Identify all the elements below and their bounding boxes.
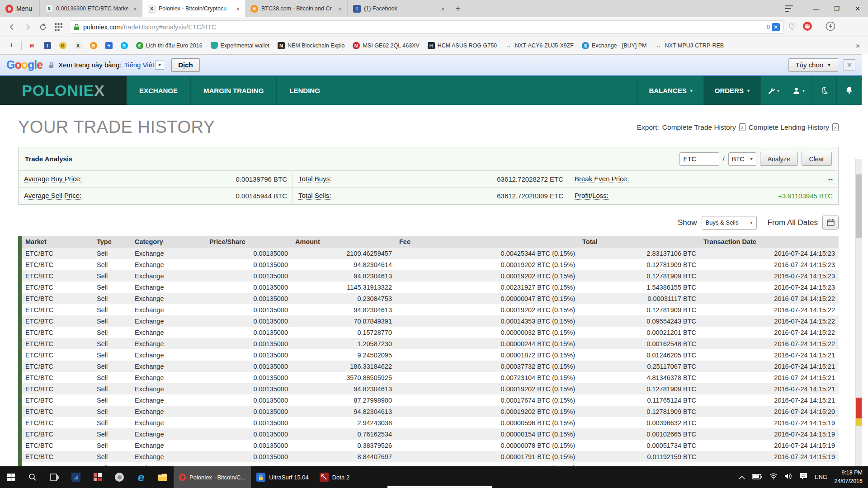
back-icon[interactable] (5, 19, 20, 35)
excel-file-icon[interactable]: x (739, 123, 745, 131)
clear-button[interactable]: Clear (802, 152, 832, 166)
tab-menu-icon[interactable] (785, 5, 794, 12)
search-button[interactable] (22, 466, 43, 488)
extension-badge-icon[interactable]: ✕ (772, 23, 780, 31)
tab-btc38[interactable]: B BTC38.com - Bitcoin and Cr × (245, 0, 348, 17)
bookmark-item[interactable]: S (117, 39, 132, 52)
export-trade-history-link[interactable]: Complete Trade History (662, 123, 736, 131)
taskbar-app-opera[interactable]: Poloniex - Bitcoin/C... (174, 466, 251, 488)
nav-margin-trading[interactable]: MARGIN TRADING (191, 76, 277, 105)
tab-facebook[interactable]: f (1) Facebook × (348, 0, 450, 17)
nav-orders[interactable]: ORDERS▾ (703, 76, 760, 105)
taskbar-app-ultrasurf[interactable]: UltraSurf 15.04 (251, 466, 314, 488)
bitcoin-icon: B (90, 42, 97, 49)
bookmark-item[interactable]: X (71, 39, 86, 52)
url-field[interactable]: poloniex.com/tradeHistory#analysis/ETC/B… (70, 20, 784, 34)
bookmark-heart-icon[interactable]: ♡ (788, 22, 796, 32)
start-button[interactable] (0, 466, 22, 488)
nav-lending[interactable]: LENDING (277, 76, 333, 105)
file-explorer-button[interactable] (152, 466, 174, 488)
speed-dial-icon[interactable] (51, 19, 66, 35)
close-tab-icon[interactable]: × (235, 5, 241, 13)
bookmark-item[interactable]: ϟ (101, 39, 117, 52)
trade-history-table: Market Type Category Price/Share Amount … (18, 236, 839, 466)
tab-etc-btc-market[interactable]: X 0.00136300 ETC/BTC Marke × (40, 0, 142, 17)
language-dropdown-icon[interactable]: ▼ (155, 61, 164, 70)
action-center-icon[interactable] (800, 473, 807, 482)
poloniex-logo[interactable]: POLONIEX (0, 76, 127, 105)
translate-options-button[interactable]: Tùy chọn▼ (788, 58, 838, 72)
download-icon[interactable] (826, 21, 835, 33)
export-lending-history-link[interactable]: Complete Lending History (749, 123, 829, 131)
excel-file-icon[interactable]: x (832, 123, 839, 131)
row-marker (18, 394, 22, 406)
bookmark-item[interactable]: NNEM Blockchain Explo (274, 39, 349, 52)
pair-quote-select[interactable]: BTC▾ (728, 152, 756, 166)
translate-prompt: Xem trang này bằng: (58, 61, 121, 69)
bookmark-item[interactable]: MMSI GE62 2QL 463XV (349, 39, 423, 52)
adblock-hand-icon[interactable] (802, 21, 812, 33)
moon-icon (820, 86, 828, 94)
tab-poloniex-active[interactable]: X Poloniex - Bitcoin/Cryptocu × (142, 0, 245, 17)
gmail-icon: M (28, 42, 36, 49)
add-bookmark-icon[interactable]: + (5, 41, 19, 50)
reload-icon[interactable] (35, 19, 51, 35)
opera-menu-button[interactable]: Menu (0, 0, 40, 17)
new-tab-button[interactable]: + (450, 0, 466, 17)
bookmark-item[interactable]: M (24, 39, 40, 52)
battery-icon[interactable] (752, 473, 762, 481)
nav-tools-menu[interactable]: ▾ (760, 76, 786, 105)
analyze-button[interactable]: Analyze (760, 152, 798, 166)
bookmark-item[interactable]: HHCM ASUS ROG G750 (424, 39, 501, 52)
nav-notifications[interactable] (836, 76, 862, 105)
more-bookmarks-icon[interactable]: » (852, 42, 863, 50)
tray-clock[interactable]: 9:18 PM 24/07/2016 (834, 469, 863, 486)
translate-language-link[interactable]: Tiếng Việt (124, 61, 154, 69)
close-translate-bar-icon[interactable]: ✕ (844, 59, 855, 71)
task-view-button[interactable] (43, 466, 65, 488)
msi-icon: M (353, 42, 360, 49)
tray-date: 24/07/2016 (834, 478, 863, 484)
pinned-app-3[interactable] (108, 466, 130, 488)
translate-button[interactable]: Dịch (171, 58, 200, 72)
nav-night-mode[interactable] (811, 76, 836, 105)
close-window-button[interactable]: ✕ (847, 0, 868, 17)
table-row: ETC/BTCSellExchange0.001350001.205872300… (18, 338, 839, 349)
bookmark-item[interactable]: ‥NXT-ACY6-ZUJ5-X9ZF (501, 39, 578, 52)
nav-account-menu[interactable]: ▾ (786, 76, 811, 105)
browser-tab-bar: Menu X 0.00136300 ETC/BTC Marke × X Polo… (0, 0, 868, 17)
close-tab-icon[interactable]: × (439, 5, 446, 13)
date-range-label[interactable]: From All Dates (768, 218, 818, 227)
forward-icon[interactable] (20, 19, 35, 35)
col-transaction-date: Transaction Date (700, 236, 839, 248)
taskbar-app-dota2[interactable]: Dota 2 (314, 466, 355, 488)
bookmark-item[interactable]: ‥NXT-MPUJ-CTRP-REB (651, 39, 728, 52)
close-tab-icon[interactable]: × (337, 5, 344, 13)
volume-icon[interactable] (785, 473, 793, 481)
trade-analysis-title: Trade Analysis (25, 155, 72, 163)
bookmark-item[interactable]: Experimental wallet (207, 39, 274, 52)
restore-button[interactable]: ❐ (826, 0, 847, 17)
bookmark-item[interactable]: f (40, 39, 55, 52)
show-filter-select[interactable]: Buys & Sells▾ (702, 216, 757, 230)
bookmark-item[interactable]: €Lịch thi đấu Euro 2016 (132, 39, 207, 52)
close-tab-icon[interactable]: × (132, 5, 138, 13)
calendar-button[interactable] (822, 216, 839, 230)
wifi-icon[interactable] (769, 473, 778, 481)
col-total: Total (579, 236, 700, 248)
bookmark-item[interactable]: $Exchange - [BUY] PM (578, 39, 651, 52)
nav-exchange[interactable]: EXCHANGE (127, 76, 191, 105)
pinned-app-1[interactable] (65, 466, 87, 488)
pair-base-input[interactable] (679, 152, 719, 166)
page-scrollbar[interactable] (855, 159, 862, 466)
pinned-app-2[interactable] (87, 466, 108, 488)
tray-language[interactable]: ENG (815, 474, 827, 480)
minimize-button[interactable]: — (806, 0, 826, 17)
nav-balances[interactable]: BALANCES▾ (637, 76, 703, 105)
bookmark-label: Experimental wallet (221, 42, 269, 49)
tray-chevron-up-icon[interactable] (739, 473, 745, 481)
scrollbar-thumb[interactable] (856, 174, 862, 238)
bookmark-item[interactable]: B (55, 39, 71, 52)
edge-browser-button[interactable]: e (130, 466, 152, 488)
bookmark-item[interactable]: B (86, 39, 101, 52)
